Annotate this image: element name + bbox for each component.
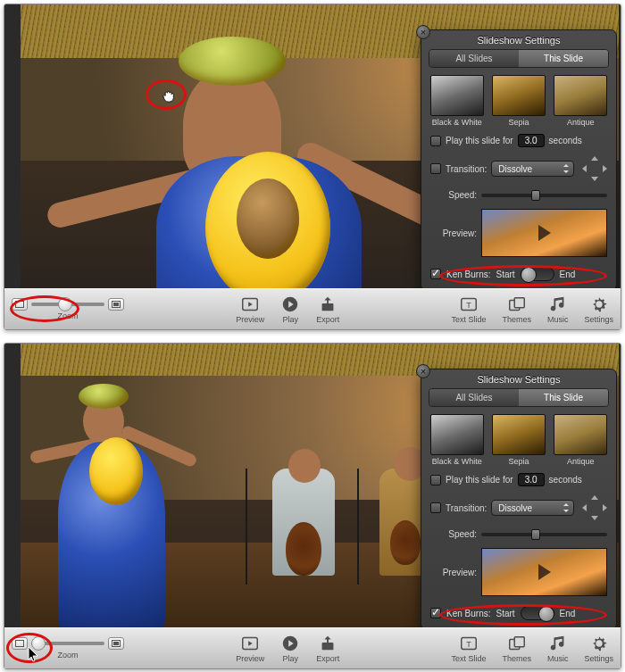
preview-icon	[240, 634, 260, 653]
svg-rect-10	[16, 641, 24, 647]
zoom-full-button[interactable]	[108, 298, 124, 311]
popover-tabs: All Slides This Slide	[429, 388, 609, 407]
full-icon	[112, 301, 121, 308]
text-slide-button[interactable]: TText Slide	[451, 295, 486, 324]
music-icon	[548, 295, 568, 314]
export-button[interactable]: Export	[316, 295, 339, 324]
export-button[interactable]: Export	[316, 634, 339, 663]
transition-direction-pad[interactable]	[582, 495, 607, 520]
play-button[interactable]: Play	[280, 295, 300, 324]
tab-all-slides[interactable]: All Slides	[429, 50, 519, 67]
music-button[interactable]: Music	[547, 295, 569, 324]
effect-antique[interactable]: Antique	[553, 414, 609, 466]
zoom-thumb[interactable]	[58, 297, 72, 311]
settings-button[interactable]: Settings	[584, 634, 613, 663]
fit-icon	[15, 640, 24, 647]
popover-tabs: All Slides This Slide	[429, 49, 609, 68]
zoom-fit-button[interactable]	[12, 637, 28, 650]
slide-canvas[interactable]: × Slideshow Settings All Slides This Sli…	[4, 4, 621, 288]
preview-icon	[240, 295, 260, 314]
popover-title: Slideshow Settings	[421, 30, 616, 49]
svg-rect-0	[16, 302, 24, 308]
grab-cursor-icon	[161, 88, 177, 104]
app-window-bottom: × Slideshow Settings All Slides This Sli…	[4, 343, 621, 669]
svg-rect-15	[322, 643, 334, 650]
toolbar: Zoom Preview Play Export TText Slide The…	[4, 288, 621, 329]
svg-text:T: T	[466, 301, 471, 310]
ken-burns-toggle[interactable]	[521, 267, 554, 281]
play-duration-checkbox[interactable]	[430, 136, 441, 146]
popover-title: Slideshow Settings	[421, 369, 616, 388]
gear-icon	[589, 634, 609, 653]
text-slide-button[interactable]: TText Slide	[451, 634, 486, 663]
play-duration-field[interactable]	[518, 134, 545, 147]
effect-sepia[interactable]: Sepia	[490, 75, 546, 127]
preview-thumbnail[interactable]	[481, 548, 607, 596]
arrow-cursor-icon	[28, 647, 40, 663]
music-button[interactable]: Music	[547, 634, 569, 663]
zoom-slider[interactable]	[31, 642, 104, 645]
ken-burns-checkbox[interactable]	[430, 269, 441, 279]
text-slide-icon: T	[459, 634, 479, 653]
zoom-fit-button[interactable]	[12, 298, 28, 311]
slide-canvas[interactable]: × Slideshow Settings All Slides This Sli…	[4, 344, 621, 627]
effect-antique[interactable]: Antique	[553, 75, 609, 127]
zoom-control: Zoom	[12, 298, 124, 320]
svg-text:T: T	[466, 640, 471, 649]
music-icon	[548, 634, 568, 653]
text-slide-icon: T	[459, 295, 479, 314]
play-duration-checkbox[interactable]	[430, 475, 441, 485]
slideshow-settings-popover: × Slideshow Settings All Slides This Sli…	[421, 29, 617, 288]
transition-checkbox[interactable]	[430, 163, 441, 174]
settings-button[interactable]: Settings	[584, 295, 613, 324]
svg-rect-12	[113, 642, 119, 645]
transition-direction-pad[interactable]	[582, 156, 607, 181]
ken-burns-toggle[interactable]	[521, 606, 554, 620]
effect-sepia[interactable]: Sepia	[490, 414, 546, 466]
zoom-full-button[interactable]	[108, 637, 124, 650]
effect-black-white[interactable]: Black & White	[429, 75, 485, 127]
themes-icon	[507, 634, 527, 653]
full-icon	[112, 640, 121, 647]
speed-slider[interactable]	[481, 533, 607, 536]
effect-black-white[interactable]: Black & White	[429, 414, 485, 466]
tab-this-slide[interactable]: This Slide	[519, 389, 608, 406]
svg-rect-9	[514, 298, 524, 308]
svg-rect-19	[514, 637, 524, 647]
transition-select[interactable]: Dissolve	[491, 500, 574, 516]
speed-slider[interactable]	[481, 194, 607, 197]
play-duration-label: Play this slide for	[446, 475, 513, 485]
slideshow-settings-popover: × Slideshow Settings All Slides This Sli…	[421, 369, 617, 627]
themes-button[interactable]: Themes	[502, 634, 531, 663]
tab-all-slides[interactable]: All Slides	[429, 389, 519, 406]
toolbar: Zoom Preview Play Export TText Slide The…	[4, 627, 621, 668]
transition-select[interactable]: Dissolve	[491, 161, 574, 177]
preview-thumbnail[interactable]	[481, 209, 607, 257]
play-duration-label: Play this slide for	[446, 136, 513, 145]
play-button[interactable]: Play	[280, 634, 300, 663]
svg-rect-2	[113, 303, 119, 306]
zoom-slider[interactable]	[31, 303, 104, 306]
export-icon	[318, 634, 338, 653]
play-duration-field[interactable]	[518, 473, 545, 486]
export-icon	[318, 295, 338, 314]
close-button[interactable]: ×	[416, 364, 430, 378]
preview-button[interactable]: Preview	[236, 634, 264, 663]
fit-icon	[15, 301, 24, 308]
preview-button[interactable]: Preview	[236, 295, 264, 324]
ken-burns-checkbox[interactable]	[430, 608, 441, 618]
play-icon	[280, 295, 300, 314]
svg-rect-5	[322, 303, 334, 311]
close-button[interactable]: ×	[416, 25, 430, 39]
tab-this-slide[interactable]: This Slide	[519, 50, 608, 67]
themes-icon	[507, 295, 527, 314]
gear-icon	[589, 295, 609, 314]
transition-checkbox[interactable]	[430, 502, 441, 513]
app-window-top: × Slideshow Settings All Slides This Sli…	[4, 4, 621, 330]
play-icon	[280, 634, 300, 653]
themes-button[interactable]: Themes	[502, 295, 531, 324]
